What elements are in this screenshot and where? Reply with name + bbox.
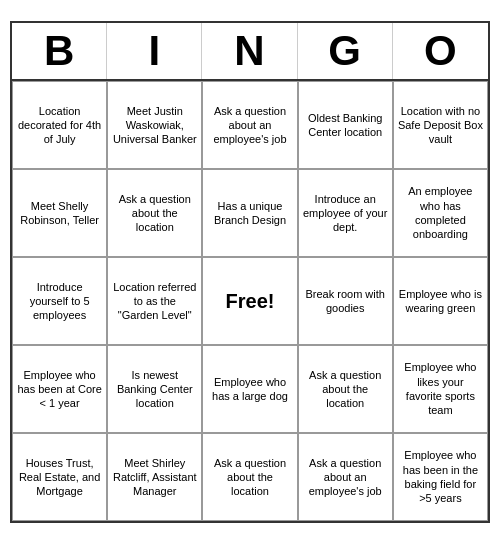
bingo-cell-22: Ask a question about the location <box>202 433 297 521</box>
bingo-cell-16: Is newest Banking Center location <box>107 345 202 433</box>
cell-text-12: Free! <box>226 288 275 314</box>
bingo-cell-8: Introduce an employee of your dept. <box>298 169 393 257</box>
header-letter-n: N <box>202 23 297 79</box>
cell-text-24: Employee who has been in the baking fiel… <box>398 448 483 505</box>
cell-text-3: Oldest Banking Center location <box>303 111 388 140</box>
cell-text-19: Employee who likes your favorite sports … <box>398 360 483 417</box>
header-letter-g: G <box>298 23 393 79</box>
cell-text-14: Employee who is wearing green <box>398 287 483 316</box>
bingo-card: BINGO Location decorated for 4th of July… <box>10 21 490 523</box>
header-letter-o: O <box>393 23 488 79</box>
bingo-cell-13: Break room with goodies <box>298 257 393 345</box>
cell-text-9: An employee who has completed onboarding <box>398 184 483 241</box>
cell-text-6: Ask a question about the location <box>112 192 197 235</box>
bingo-cell-4: Location with no Safe Deposit Box vault <box>393 81 488 169</box>
cell-text-8: Introduce an employee of your dept. <box>303 192 388 235</box>
bingo-cell-2: Ask a question about an employee's job <box>202 81 297 169</box>
cell-text-1: Meet Justin Waskowiak, Universal Banker <box>112 104 197 147</box>
cell-text-15: Employee who has been at Core < 1 year <box>17 368 102 411</box>
bingo-cell-15: Employee who has been at Core < 1 year <box>12 345 107 433</box>
bingo-cell-11: Location referred to as the "Garden Leve… <box>107 257 202 345</box>
cell-text-21: Meet Shirley Ratcliff, Assistant Manager <box>112 456 197 499</box>
cell-text-20: Houses Trust, Real Estate, and Mortgage <box>17 456 102 499</box>
bingo-cell-7: Has a unique Branch Design <box>202 169 297 257</box>
cell-text-2: Ask a question about an employee's job <box>207 104 292 147</box>
cell-text-22: Ask a question about the location <box>207 456 292 499</box>
bingo-cell-14: Employee who is wearing green <box>393 257 488 345</box>
cell-text-7: Has a unique Branch Design <box>207 199 292 228</box>
cell-text-23: Ask a question about an employee's job <box>303 456 388 499</box>
bingo-cell-1: Meet Justin Waskowiak, Universal Banker <box>107 81 202 169</box>
bingo-cell-0: Location decorated for 4th of July <box>12 81 107 169</box>
bingo-cell-23: Ask a question about an employee's job <box>298 433 393 521</box>
bingo-cell-18: Ask a question about the location <box>298 345 393 433</box>
bingo-cell-21: Meet Shirley Ratcliff, Assistant Manager <box>107 433 202 521</box>
cell-text-4: Location with no Safe Deposit Box vault <box>398 104 483 147</box>
cell-text-10: Introduce yourself to 5 employees <box>17 280 102 323</box>
bingo-cell-12: Free! <box>202 257 297 345</box>
bingo-cell-24: Employee who has been in the baking fiel… <box>393 433 488 521</box>
bingo-cell-19: Employee who likes your favorite sports … <box>393 345 488 433</box>
bingo-header: BINGO <box>12 23 488 81</box>
cell-text-18: Ask a question about the location <box>303 368 388 411</box>
cell-text-16: Is newest Banking Center location <box>112 368 197 411</box>
header-letter-b: B <box>12 23 107 79</box>
header-letter-i: I <box>107 23 202 79</box>
bingo-grid: Location decorated for 4th of JulyMeet J… <box>12 81 488 521</box>
bingo-cell-17: Employee who has a large dog <box>202 345 297 433</box>
bingo-cell-5: Meet Shelly Robinson, Teller <box>12 169 107 257</box>
bingo-cell-3: Oldest Banking Center location <box>298 81 393 169</box>
bingo-cell-6: Ask a question about the location <box>107 169 202 257</box>
cell-text-5: Meet Shelly Robinson, Teller <box>17 199 102 228</box>
bingo-cell-20: Houses Trust, Real Estate, and Mortgage <box>12 433 107 521</box>
cell-text-17: Employee who has a large dog <box>207 375 292 404</box>
bingo-cell-9: An employee who has completed onboarding <box>393 169 488 257</box>
cell-text-11: Location referred to as the "Garden Leve… <box>112 280 197 323</box>
cell-text-0: Location decorated for 4th of July <box>17 104 102 147</box>
cell-text-13: Break room with goodies <box>303 287 388 316</box>
bingo-cell-10: Introduce yourself to 5 employees <box>12 257 107 345</box>
